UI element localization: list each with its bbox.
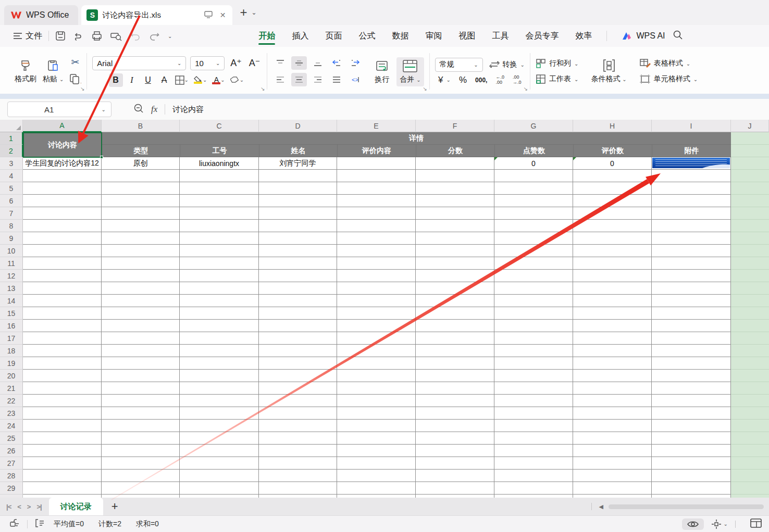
- grid-cell-A5[interactable]: [23, 182, 102, 195]
- tab-list-chevron-icon[interactable]: ⌄: [251, 9, 256, 16]
- grid-cell-C15[interactable]: [180, 307, 259, 320]
- row-header-6[interactable]: 6: [0, 195, 23, 207]
- row-header-23[interactable]: 23: [0, 407, 23, 420]
- clear-format-button[interactable]: ⌄: [229, 73, 245, 87]
- grid-cell-H5[interactable]: [573, 182, 652, 195]
- grid-cell-D24[interactable]: [259, 420, 337, 432]
- grid-cell-H11[interactable]: [573, 257, 652, 270]
- search-icon[interactable]: [673, 30, 683, 42]
- grid-cell-C12[interactable]: [180, 270, 259, 282]
- grid-cell-D12[interactable]: [259, 270, 337, 282]
- header-cell-I2[interactable]: 附件: [652, 145, 731, 157]
- grid-cell-E17[interactable]: [337, 332, 416, 345]
- grid-cell-B11[interactable]: [102, 257, 180, 270]
- text-orientation-icon[interactable]: <>: [348, 73, 363, 86]
- column-header-A[interactable]: A: [23, 120, 102, 132]
- dialog-launcher-icon[interactable]: ↘: [423, 86, 427, 92]
- header-cell-E2[interactable]: 评价内容: [337, 145, 416, 157]
- grid-cell-B4[interactable]: [102, 170, 180, 182]
- grid-cell-F19[interactable]: [416, 357, 494, 370]
- grid-cell-I29[interactable]: [652, 482, 731, 495]
- ribbon-tab-公式[interactable]: 公式: [350, 27, 383, 46]
- grid-cell-D23[interactable]: [259, 407, 337, 420]
- header-cell-H2[interactable]: 评价数: [573, 145, 652, 157]
- grid-cell-F5[interactable]: [416, 182, 494, 195]
- grid-cell-A13[interactable]: [23, 282, 102, 295]
- new-tab-button[interactable]: +: [240, 6, 247, 19]
- name-box-chevron-icon[interactable]: ⌄: [102, 107, 106, 112]
- grid-cell-I16[interactable]: [652, 320, 731, 332]
- row-header-16[interactable]: 16: [0, 320, 23, 332]
- grid-cell-G12[interactable]: [494, 270, 573, 282]
- layout-grid-icon[interactable]: [750, 518, 762, 530]
- grid-cell-H8[interactable]: [573, 220, 652, 232]
- grid-cell-C20[interactable]: [180, 370, 259, 382]
- grid-cell-D16[interactable]: [259, 320, 337, 332]
- grid-cell-I14[interactable]: [652, 295, 731, 307]
- grid-cell-C14[interactable]: [180, 295, 259, 307]
- grid-cell-I4[interactable]: [652, 170, 731, 182]
- strikethrough-button[interactable]: A: [157, 73, 171, 87]
- grid-cell-A3[interactable]: 学生回复的讨论内容12: [23, 157, 102, 170]
- grid-cell-F16[interactable]: [416, 320, 494, 332]
- row-header-3[interactable]: 3: [0, 157, 23, 170]
- grid-cell-C28[interactable]: [180, 470, 259, 482]
- grid-cell-E3[interactable]: [337, 157, 416, 170]
- grid-cell-G19[interactable]: [494, 357, 573, 370]
- grid-cell-J17[interactable]: [731, 332, 769, 345]
- justify-icon[interactable]: [329, 73, 344, 86]
- grid-cell-H29[interactable]: [573, 482, 652, 495]
- grid-cell-J16[interactable]: [731, 320, 769, 332]
- cell-name-box[interactable]: A1 ⌄: [7, 102, 111, 117]
- header-cell-F2[interactable]: 分数: [416, 145, 494, 157]
- grid-cell-I24[interactable]: [652, 420, 731, 432]
- grid-cell-B15[interactable]: [102, 307, 180, 320]
- grid-cell-C17[interactable]: [180, 332, 259, 345]
- ribbon-tab-数据[interactable]: 数据: [383, 27, 417, 46]
- grid-cell-D5[interactable]: [259, 182, 337, 195]
- grid-cell-C27[interactable]: [180, 457, 259, 470]
- grid-cell-J13[interactable]: [731, 282, 769, 295]
- grid-cell-E4[interactable]: [337, 170, 416, 182]
- grid-cell-F9[interactable]: [416, 232, 494, 245]
- grid-cell-C6[interactable]: [180, 195, 259, 207]
- grid-cell-I20[interactable]: [652, 370, 731, 382]
- align-center-icon[interactable]: [291, 73, 307, 86]
- grid-cell-B6[interactable]: [102, 195, 180, 207]
- grid-cell-A4[interactable]: [23, 170, 102, 182]
- grid-cell-C7[interactable]: [180, 207, 259, 220]
- grid-cell-H7[interactable]: [573, 207, 652, 220]
- grid-cell-E27[interactable]: [337, 457, 416, 470]
- ribbon-tab-工具[interactable]: 工具: [483, 27, 517, 46]
- save-icon[interactable]: [55, 31, 66, 41]
- grid-cell-B12[interactable]: [102, 270, 180, 282]
- grid-cell-H28[interactable]: [573, 470, 652, 482]
- grid-cell-G23[interactable]: [494, 407, 573, 420]
- grid-cell-G20[interactable]: [494, 370, 573, 382]
- grid-cell-F21[interactable]: [416, 382, 494, 395]
- grid-cell-D19[interactable]: [259, 357, 337, 370]
- grid-cell-B16[interactable]: [102, 320, 180, 332]
- grid-cell-G13[interactable]: [494, 282, 573, 295]
- formula-content[interactable]: 讨论内容: [172, 105, 204, 115]
- grid-cell-I23[interactable]: [652, 407, 731, 420]
- grid-cell-B25[interactable]: [102, 432, 180, 445]
- grid-cell-I17[interactable]: [652, 332, 731, 345]
- grid-cell-H18[interactable]: [573, 345, 652, 357]
- dialog-launcher-icon[interactable]: ↘: [261, 86, 265, 92]
- grid-cell-D25[interactable]: [259, 432, 337, 445]
- grid-cell-B20[interactable]: [102, 370, 180, 382]
- grid-cell-J14[interactable]: [731, 295, 769, 307]
- grid-cell-A24[interactable]: [23, 420, 102, 432]
- grid-cell-I5[interactable]: [652, 182, 731, 195]
- grid-cell-F27[interactable]: [416, 457, 494, 470]
- grid-cell-C16[interactable]: [180, 320, 259, 332]
- grid-cell-F26[interactable]: [416, 445, 494, 457]
- grid-cell-B3[interactable]: 原创: [102, 157, 180, 170]
- undo-icon[interactable]: [130, 31, 141, 41]
- grid-cell-G10[interactable]: [494, 245, 573, 257]
- grid-cell-J23[interactable]: [731, 407, 769, 420]
- decrease-font-icon[interactable]: A⁻: [247, 56, 262, 70]
- grid-cell-B14[interactable]: [102, 295, 180, 307]
- font-color-button[interactable]: A⌄: [210, 73, 226, 87]
